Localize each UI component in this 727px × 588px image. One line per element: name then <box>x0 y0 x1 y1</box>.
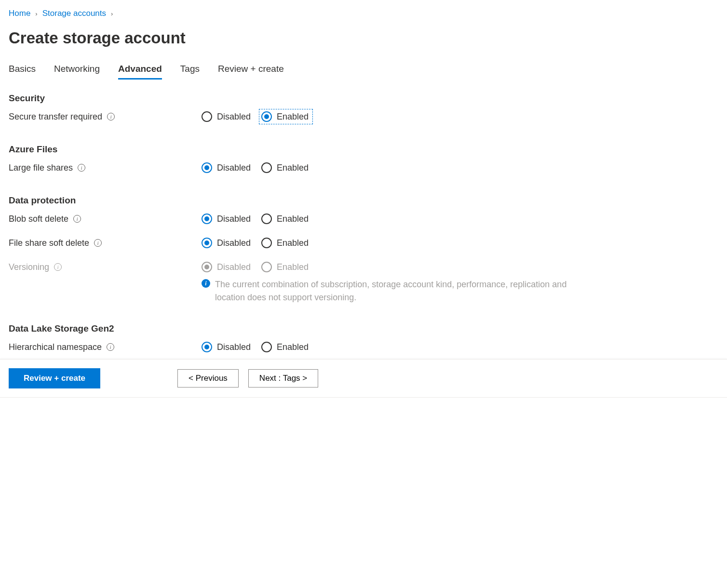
info-message-text: The current combination of subscription,… <box>215 278 597 304</box>
radio-group-file-share-soft-delete: Disabled Enabled <box>202 238 309 248</box>
radio-text: Enabled <box>277 238 309 248</box>
radio-blob-soft-delete-disabled[interactable]: Disabled <box>202 214 251 224</box>
breadcrumb-home[interactable]: Home <box>9 9 30 18</box>
tab-networking[interactable]: Networking <box>54 64 100 80</box>
radio-circle-icon <box>261 111 272 122</box>
radio-circle-icon <box>261 238 272 248</box>
tab-basics[interactable]: Basics <box>9 64 36 80</box>
radio-group-hierarchical-namespace: Disabled Enabled <box>202 342 309 352</box>
page-title: Create storage account <box>9 29 727 47</box>
radio-group-versioning: Disabled Enabled <box>202 262 309 272</box>
row-blob-soft-delete: Blob soft delete i Disabled Enabled <box>9 214 727 224</box>
radio-secure-transfer-disabled[interactable]: Disabled <box>202 111 251 122</box>
radio-hierarchical-namespace-enabled[interactable]: Enabled <box>261 342 309 352</box>
info-icon[interactable]: i <box>107 113 115 120</box>
radio-circle-icon <box>202 342 212 352</box>
radio-text: Disabled <box>217 112 251 122</box>
info-icon[interactable]: i <box>54 263 62 271</box>
info-icon[interactable]: i <box>94 239 102 247</box>
info-icon[interactable]: i <box>73 215 81 223</box>
info-icon[interactable]: i <box>107 343 114 351</box>
radio-circle-icon <box>202 262 212 272</box>
label-file-share-soft-delete: File share soft delete <box>9 238 89 248</box>
radio-large-file-shares-enabled[interactable]: Enabled <box>261 162 309 173</box>
info-icon[interactable]: i <box>78 164 85 172</box>
next-button[interactable]: Next : Tags > <box>248 369 318 388</box>
tab-advanced[interactable]: Advanced <box>118 64 162 80</box>
radio-circle-icon <box>202 111 212 122</box>
radio-circle-icon <box>261 162 272 173</box>
section-heading-azure-files: Azure Files <box>9 144 727 155</box>
row-hierarchical-namespace: Hierarchical namespace i Disabled Enable… <box>9 342 727 352</box>
section-heading-security: Security <box>9 93 727 104</box>
label-large-file-shares: Large file shares <box>9 163 73 173</box>
radio-group-secure-transfer: Disabled Enabled <box>202 111 309 122</box>
radio-text: Disabled <box>217 238 251 248</box>
radio-circle-icon <box>202 238 212 248</box>
radio-circle-icon <box>261 214 272 224</box>
radio-file-share-soft-delete-enabled[interactable]: Enabled <box>261 238 309 248</box>
section-heading-data-protection: Data protection <box>9 195 727 206</box>
radio-circle-icon <box>261 262 272 272</box>
info-message-versioning: i The current combination of subscriptio… <box>202 278 597 304</box>
radio-text: Disabled <box>217 163 251 173</box>
breadcrumb-storage-accounts[interactable]: Storage accounts <box>42 9 106 18</box>
row-large-file-shares: Large file shares i Disabled Enabled <box>9 162 727 173</box>
radio-text: Enabled <box>277 163 309 173</box>
footer: Review + create < Previous Next : Tags > <box>0 359 727 397</box>
section-heading-data-lake: Data Lake Storage Gen2 <box>9 323 727 334</box>
radio-hierarchical-namespace-disabled[interactable]: Disabled <box>202 342 251 352</box>
radio-versioning-disabled: Disabled <box>202 262 251 272</box>
tabs: Basics Networking Advanced Tags Review +… <box>9 64 727 80</box>
tab-tags[interactable]: Tags <box>180 64 200 80</box>
row-file-share-soft-delete: File share soft delete i Disabled Enable… <box>9 238 727 248</box>
breadcrumb: Home › Storage accounts › <box>9 9 727 18</box>
radio-secure-transfer-enabled[interactable]: Enabled <box>260 110 311 123</box>
radio-group-blob-soft-delete: Disabled Enabled <box>202 214 309 224</box>
chevron-right-icon: › <box>35 10 37 17</box>
radio-versioning-enabled: Enabled <box>261 262 309 272</box>
info-solid-icon: i <box>202 279 210 288</box>
radio-text: Disabled <box>217 262 251 272</box>
radio-text: Enabled <box>277 112 309 122</box>
review-create-button[interactable]: Review + create <box>9 368 100 388</box>
previous-button[interactable]: < Previous <box>177 369 239 388</box>
label-secure-transfer: Secure transfer required <box>9 112 102 122</box>
radio-text: Enabled <box>277 214 309 224</box>
radio-text: Disabled <box>217 342 251 352</box>
radio-circle-icon <box>261 342 272 352</box>
radio-group-large-file-shares: Disabled Enabled <box>202 162 309 173</box>
radio-circle-icon <box>202 214 212 224</box>
radio-blob-soft-delete-enabled[interactable]: Enabled <box>261 214 309 224</box>
label-versioning: Versioning <box>9 262 49 272</box>
radio-large-file-shares-disabled[interactable]: Disabled <box>202 162 251 173</box>
radio-circle-icon <box>202 162 212 173</box>
label-hierarchical-namespace: Hierarchical namespace <box>9 342 102 352</box>
tab-review-create[interactable]: Review + create <box>218 64 284 80</box>
chevron-right-icon: › <box>111 10 113 17</box>
radio-text: Disabled <box>217 214 251 224</box>
row-versioning: Versioning i Disabled Enabled <box>9 262 727 272</box>
label-blob-soft-delete: Blob soft delete <box>9 214 68 224</box>
row-secure-transfer: Secure transfer required i Disabled Enab… <box>9 111 727 122</box>
radio-text: Enabled <box>277 342 309 352</box>
radio-text: Enabled <box>277 262 309 272</box>
radio-file-share-soft-delete-disabled[interactable]: Disabled <box>202 238 251 248</box>
